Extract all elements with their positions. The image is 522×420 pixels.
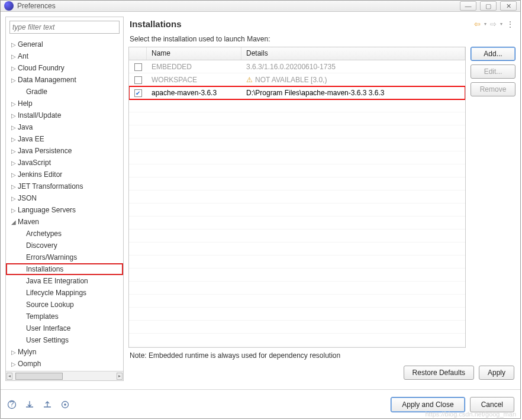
tree-item[interactable]: ▷Cloud Foundry xyxy=(6,62,123,74)
tree-item[interactable]: ▷Java EE xyxy=(6,133,123,145)
add-button[interactable]: Add... xyxy=(471,47,515,61)
tree-item-label: Oomph xyxy=(18,360,41,368)
expand-icon[interactable]: ▷ xyxy=(9,172,18,178)
tree-item-label: Java Persistence xyxy=(18,147,72,155)
expand-icon[interactable]: ▷ xyxy=(9,207,18,214)
tree-child-item[interactable]: Installations xyxy=(6,263,123,275)
table-row[interactable]: EMBEDDED3.6.3/1.16.0.20200610-1735 xyxy=(129,60,465,73)
expand-icon[interactable]: ▷ xyxy=(9,148,18,154)
tree-child-item[interactable]: Gradle xyxy=(6,86,123,98)
tree-item-label: Ant xyxy=(18,52,28,60)
tree-item[interactable]: ▷Mylyn xyxy=(6,346,123,358)
expand-icon[interactable]: ▷ xyxy=(9,160,18,166)
expand-icon[interactable]: ▷ xyxy=(9,77,18,83)
filter-input[interactable] xyxy=(9,21,120,34)
expand-icon[interactable]: ▷ xyxy=(9,41,18,48)
close-button[interactable]: ✕ xyxy=(500,1,517,11)
tree-item[interactable]: ▷Language Servers xyxy=(6,204,123,216)
tree-item[interactable]: ▷Help xyxy=(6,98,123,109)
tree-item[interactable]: ▷JSON xyxy=(6,192,123,204)
tree-item-label: JSON xyxy=(18,194,37,202)
tree-item[interactable]: ▷Java Persistence xyxy=(6,145,123,157)
tree-item[interactable]: ▷Java xyxy=(6,121,123,133)
tree-item[interactable]: ◢Maven xyxy=(6,216,123,228)
svg-text:?: ? xyxy=(10,400,14,408)
tree-item[interactable]: ▷JavaScript xyxy=(6,157,123,169)
titlebar: Preferences — ▢ ✕ xyxy=(1,1,520,12)
export-icon[interactable] xyxy=(42,399,53,410)
tree-item-label: Maven xyxy=(18,218,39,226)
installations-table: Name Details EMBEDDED3.6.3/1.16.0.202006… xyxy=(128,47,466,348)
tree-child-item[interactable]: User Interface xyxy=(6,322,123,334)
restore-defaults-button[interactable]: Restore Defaults xyxy=(404,366,474,380)
tree-item[interactable]: ▷Jenkins Editor xyxy=(6,169,123,180)
tree-item[interactable]: ▷General xyxy=(6,38,123,50)
tree-child-item[interactable]: Lifecycle Mappings xyxy=(6,287,123,299)
preferences-tree[interactable]: ▷General▷Ant▷Cloud Foundry▷Data Manageme… xyxy=(6,37,123,371)
tree-child-item[interactable]: User Settings xyxy=(6,334,123,346)
tree-item-label: Archetypes xyxy=(26,230,62,238)
maximize-button[interactable]: ▢ xyxy=(480,1,497,11)
tree-child-item[interactable]: Templates xyxy=(6,311,123,322)
row-checkbox[interactable]: ✔ xyxy=(134,89,142,97)
column-name[interactable]: Name xyxy=(147,47,241,60)
tree-item-label: General xyxy=(18,40,43,49)
tree-item[interactable]: ▷Ant xyxy=(6,50,123,62)
svg-point-3 xyxy=(64,403,66,406)
tree-item[interactable]: ▷Data Management xyxy=(6,74,123,86)
expand-icon[interactable]: ▷ xyxy=(9,361,18,367)
tree-child-item[interactable]: Errors/Warnings xyxy=(6,251,123,263)
menu-icon[interactable]: ⋮ xyxy=(506,20,514,29)
expand-icon[interactable]: ▷ xyxy=(9,195,18,202)
expand-icon[interactable]: ▷ xyxy=(9,136,18,143)
row-checkbox[interactable] xyxy=(134,76,142,84)
tree-item-label: User Settings xyxy=(26,336,69,344)
expand-icon[interactable]: ▷ xyxy=(9,53,18,60)
tree-item-label: User Interface xyxy=(26,324,70,332)
tree-item-label: Source Lookup xyxy=(26,301,74,309)
scrollbar-thumb[interactable] xyxy=(15,373,63,380)
tree-item-label: Help xyxy=(18,99,33,108)
column-details[interactable]: Details xyxy=(241,47,465,60)
edit-button[interactable]: Edit... xyxy=(471,64,515,79)
collapse-icon[interactable]: ◢ xyxy=(9,219,18,225)
tree-child-item[interactable]: Java EE Integration xyxy=(6,275,123,287)
tree-child-item[interactable]: Discovery xyxy=(6,240,123,251)
expand-icon[interactable]: ▷ xyxy=(9,112,18,119)
tree-item[interactable]: ▷Install/Update xyxy=(6,109,123,121)
window-title: Preferences xyxy=(17,2,460,10)
tree-item-label: Lifecycle Mappings xyxy=(26,289,86,297)
help-icon[interactable]: ? xyxy=(7,399,17,410)
remove-button[interactable]: Remove xyxy=(471,82,515,96)
import-icon[interactable] xyxy=(24,399,35,410)
tree-child-item[interactable]: Source Lookup xyxy=(6,299,123,311)
tree-item-label: Discovery xyxy=(26,241,57,250)
tree-item[interactable]: ▷Oomph xyxy=(6,358,123,370)
apply-and-close-button[interactable]: Apply and Close xyxy=(391,397,465,412)
minimize-button[interactable]: — xyxy=(460,1,476,11)
row-name: apache-maven-3.6.3 xyxy=(147,89,241,97)
nav-back-icon[interactable]: ⇦ xyxy=(474,20,481,28)
expand-icon[interactable]: ▷ xyxy=(9,124,18,131)
row-checkbox[interactable] xyxy=(134,63,142,71)
tree-item[interactable]: ▷JET Transformations xyxy=(6,180,123,192)
table-row[interactable]: WORKSPACE⚠NOT AVAILABLE [3.0,) xyxy=(129,73,465,86)
note-text: Note: Embedded runtime is always used fo… xyxy=(128,348,515,363)
row-details: D:\Program Files\apache-maven-3.6.3 3.6.… xyxy=(241,89,465,97)
nav-forward-icon[interactable]: ⇨ xyxy=(490,20,497,28)
target-icon[interactable] xyxy=(60,399,70,410)
cancel-button[interactable]: Cancel xyxy=(470,397,514,412)
expand-icon[interactable]: ▷ xyxy=(9,183,18,190)
expand-icon[interactable]: ▷ xyxy=(9,349,18,356)
expand-icon[interactable]: ▷ xyxy=(9,101,18,107)
tree-item-label: Data Management xyxy=(18,76,76,84)
tree-item-label: Templates xyxy=(26,312,59,321)
horizontal-scrollbar[interactable]: ◂ ▸ xyxy=(6,371,123,380)
expand-icon[interactable]: ▷ xyxy=(9,65,18,72)
tree-child-item[interactable]: Archetypes xyxy=(6,228,123,240)
column-checkbox[interactable] xyxy=(129,47,147,60)
table-row[interactable]: ✔apache-maven-3.6.3D:\Program Files\apac… xyxy=(129,86,465,99)
row-name: EMBEDDED xyxy=(147,63,241,71)
page-description: Select the installation used to launch M… xyxy=(128,34,515,47)
apply-button[interactable]: Apply xyxy=(479,366,514,380)
